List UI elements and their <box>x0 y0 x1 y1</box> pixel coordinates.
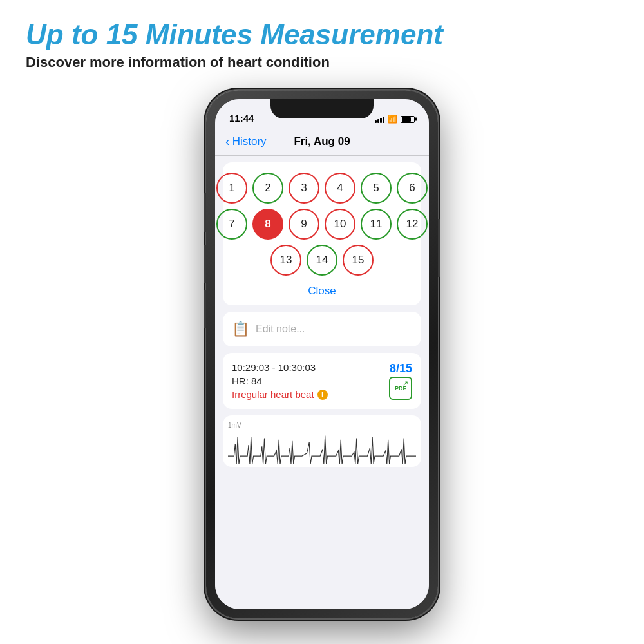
note-card: 📋 Edit note... <box>223 312 421 346</box>
phone-shell: 11:44 📶 ‹ H <box>206 90 438 618</box>
segment-row-2: 7 8 9 10 11 12 <box>216 209 428 240</box>
ecg-chart <box>228 430 416 467</box>
back-label: History <box>232 135 267 148</box>
segment-14[interactable]: 14 <box>307 245 337 276</box>
segment-6[interactable]: 6 <box>397 173 428 204</box>
segment-9[interactable]: 9 <box>289 209 319 240</box>
segment-10[interactable]: 10 <box>325 209 355 240</box>
reading-status: Irregular heart beat i <box>232 389 412 400</box>
status-text: Irregular heart beat <box>232 389 314 400</box>
sub-title: Discover more information of heart condi… <box>26 54 618 71</box>
pdf-arrow-icon: ↗ <box>402 379 408 388</box>
segment-3[interactable]: 3 <box>289 173 319 204</box>
main-title: Up to 15 Minutes Measurement <box>26 19 618 50</box>
reading-hr: HR: 84 <box>232 375 412 386</box>
close-button[interactable]: Close <box>229 282 415 299</box>
segment-1[interactable]: 1 <box>216 173 247 204</box>
ecg-label: 1mV <box>228 422 416 429</box>
phone-mockup: 11:44 📶 ‹ H <box>206 90 438 618</box>
segment-row-1: 1 2 3 4 5 6 <box>216 173 428 204</box>
content-area: 1 2 3 4 5 6 7 8 9 10 <box>215 156 429 609</box>
segment-11[interactable]: 11 <box>361 209 392 240</box>
status-icons: 📶 <box>375 115 415 124</box>
status-time: 11:44 <box>229 113 254 124</box>
page-header: Up to 15 Minutes Measurement Discover mo… <box>26 19 618 71</box>
nav-bar: ‹ History Fri, Aug 09 <box>215 128 429 156</box>
nav-title: Fri, Aug 09 <box>294 135 350 148</box>
segment-8[interactable]: 8 <box>252 209 283 240</box>
segment-15[interactable]: 15 <box>343 245 374 276</box>
signal-icon <box>375 116 384 123</box>
edit-note-icon: 📋 <box>232 321 249 337</box>
reading-time: 10:29:03 - 10:30:03 <box>232 362 412 373</box>
battery-icon <box>401 116 415 123</box>
segment-4[interactable]: 4 <box>325 173 355 204</box>
segment-row-3: 13 14 15 <box>270 245 374 276</box>
segment-5[interactable]: 5 <box>361 173 392 204</box>
segment-13[interactable]: 13 <box>270 245 301 276</box>
chevron-left-icon: ‹ <box>225 135 230 147</box>
segment-7[interactable]: 7 <box>216 209 247 240</box>
ecg-card: 1mV <box>223 415 421 467</box>
pdf-button[interactable]: ↗ PDF <box>389 377 412 400</box>
wifi-icon: 📶 <box>388 115 397 124</box>
segment-picker-card: 1 2 3 4 5 6 7 8 9 10 <box>223 162 421 305</box>
phone-notch <box>270 99 374 118</box>
segment-2[interactable]: 2 <box>252 173 283 204</box>
reading-card: 10:29:03 - 10:30:03 HR: 84 Irregular hea… <box>223 353 421 409</box>
phone-screen: 11:44 📶 ‹ H <box>215 99 429 609</box>
info-icon[interactable]: i <box>317 390 328 400</box>
back-button[interactable]: ‹ History <box>225 135 267 148</box>
note-placeholder[interactable]: Edit note... <box>256 323 305 335</box>
reading-badge: 8/15 <box>390 362 412 375</box>
segment-grid: 1 2 3 4 5 6 7 8 9 10 <box>229 173 415 276</box>
segment-12[interactable]: 12 <box>397 209 428 240</box>
